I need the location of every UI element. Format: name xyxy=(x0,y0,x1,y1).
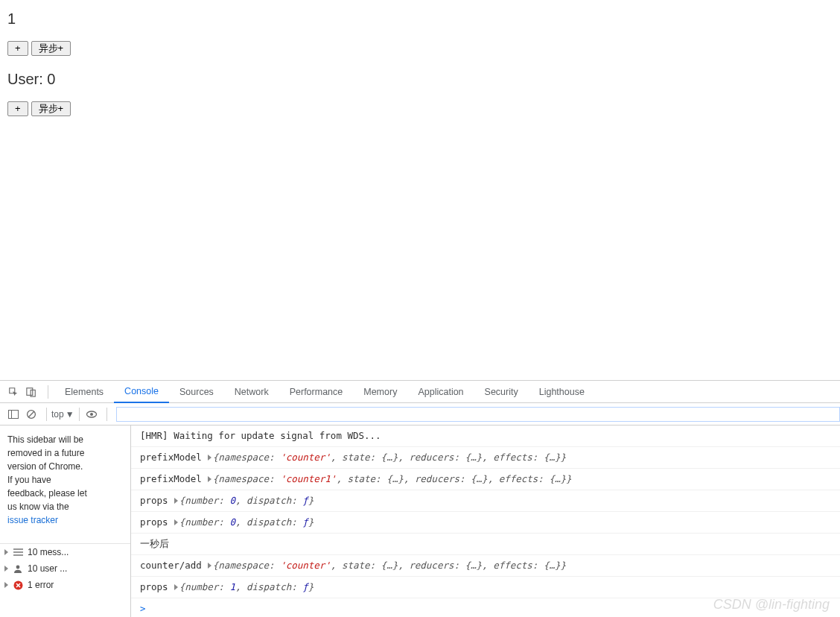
user-number: 0 xyxy=(47,71,55,87)
clear-console-icon[interactable] xyxy=(24,407,39,422)
svg-line-5 xyxy=(28,411,34,417)
svg-rect-0 xyxy=(27,387,33,395)
console-line[interactable]: props{number: 1, dispatch: ƒ} xyxy=(131,577,840,598)
sidebar-stats: 10 mess... 10 user ... 1 error xyxy=(0,543,130,593)
stat-messages[interactable]: 10 mess... xyxy=(0,544,130,560)
context-selector[interactable]: top ▼ xyxy=(51,409,74,420)
console-body: This sidebar will be removed in a future… xyxy=(0,425,840,617)
log-label: counter/add xyxy=(140,558,202,573)
devtools-panel: Elements Console Sources Network Perform… xyxy=(0,380,840,617)
counter-async-button[interactable]: 异步+ xyxy=(31,41,71,56)
messages-icon xyxy=(13,547,23,557)
notice-line: version of Chrome. xyxy=(7,460,123,473)
stat-user-label: 10 user ... xyxy=(28,563,67,574)
counter-plus-button[interactable]: + xyxy=(7,41,28,56)
expand-icon[interactable] xyxy=(174,584,178,590)
console-line[interactable]: [HMR] Waiting for update signal from WDS… xyxy=(131,425,840,447)
log-label: prefixModel xyxy=(140,450,202,465)
user-icon xyxy=(13,563,23,574)
tab-security[interactable]: Security xyxy=(474,381,529,403)
tab-network[interactable]: Network xyxy=(224,381,279,403)
divider xyxy=(106,408,107,421)
tab-console[interactable]: Console xyxy=(114,381,169,403)
inspect-icon[interactable] xyxy=(6,385,21,399)
user-label: User: xyxy=(7,71,47,87)
console-sidebar: This sidebar will be removed in a future… xyxy=(0,425,131,617)
devtools-tabbar: Elements Console Sources Network Perform… xyxy=(0,381,840,403)
console-line[interactable]: props{number: 0, dispatch: ƒ} xyxy=(131,512,840,534)
stat-user[interactable]: 10 user ... xyxy=(0,560,130,577)
divider xyxy=(46,408,47,421)
counter-value: 1 xyxy=(7,10,833,28)
console-line[interactable]: prefixModel{namespace: 'counter', state:… xyxy=(131,447,840,469)
stat-messages-label: 10 mess... xyxy=(28,547,69,557)
console-line[interactable]: 一秒后 xyxy=(131,534,840,555)
tab-performance[interactable]: Performance xyxy=(279,381,354,403)
user-value: User: 0 xyxy=(7,71,833,88)
log-object[interactable]: {number: 0, dispatch: ƒ} xyxy=(174,515,314,530)
log-object[interactable]: {namespace: 'counter', state: {…}, reduc… xyxy=(208,450,566,465)
log-text: [HMR] Waiting for update signal from WDS… xyxy=(140,428,381,443)
console-line[interactable]: counter/add{namespace: 'counter', state:… xyxy=(131,555,840,577)
log-label: prefixModel xyxy=(140,472,202,487)
console-output[interactable]: [HMR] Waiting for update signal from WDS… xyxy=(131,425,840,617)
user-plus-button[interactable]: + xyxy=(7,101,28,116)
live-expression-icon[interactable] xyxy=(84,407,99,422)
tab-lighthouse[interactable]: Lighthouse xyxy=(529,381,595,403)
svg-rect-2 xyxy=(9,410,19,418)
log-text: 一秒后 xyxy=(140,537,169,551)
notice-line: removed in a future xyxy=(7,446,123,460)
caret-icon xyxy=(4,566,8,572)
issue-tracker-link[interactable]: issue tracker xyxy=(7,515,58,525)
user-buttons: + 异步+ xyxy=(7,101,833,116)
console-filter-input[interactable] xyxy=(116,407,840,422)
notice-line: us know via the xyxy=(7,500,123,513)
log-object[interactable]: {namespace: 'counter', state: {…}, reduc… xyxy=(208,558,566,573)
caret-icon xyxy=(4,582,8,588)
log-label: props xyxy=(140,580,168,595)
context-label: top xyxy=(51,409,64,420)
console-line[interactable]: props{number: 0, dispatch: ƒ} xyxy=(131,490,840,512)
tab-application[interactable]: Application xyxy=(407,381,474,403)
divider xyxy=(48,385,48,399)
tab-sources[interactable]: Sources xyxy=(169,381,224,403)
console-filterbar: top ▼ xyxy=(0,403,840,425)
device-toggle-icon[interactable] xyxy=(24,385,39,399)
expand-icon[interactable] xyxy=(174,498,178,504)
tab-elements[interactable]: Elements xyxy=(54,381,114,403)
tab-memory[interactable]: Memory xyxy=(353,381,407,403)
svg-point-11 xyxy=(16,566,20,569)
expand-icon[interactable] xyxy=(208,476,211,482)
console-line[interactable]: prefixModel{namespace: 'counter1', state… xyxy=(131,469,840,490)
log-object[interactable]: {number: 0, dispatch: ƒ} xyxy=(174,493,314,508)
notice-line: feedback, please let xyxy=(7,487,123,500)
expand-icon[interactable] xyxy=(208,455,211,461)
sidebar-notice: This sidebar will be removed in a future… xyxy=(0,425,130,543)
counter-buttons: + 异步+ xyxy=(7,41,833,56)
notice-line: This sidebar will be xyxy=(7,433,123,446)
expand-icon[interactable] xyxy=(174,519,178,525)
svg-point-7 xyxy=(90,413,93,416)
notice-line: If you have xyxy=(7,473,123,487)
expand-icon[interactable] xyxy=(208,563,211,569)
log-object[interactable]: {number: 1, dispatch: ƒ} xyxy=(174,580,314,595)
stat-error[interactable]: 1 error xyxy=(0,577,130,593)
caret-icon xyxy=(4,549,8,555)
error-icon xyxy=(13,580,23,590)
app-page: 1 + 异步+ User: 0 + 异步+ xyxy=(0,0,840,380)
divider xyxy=(79,408,80,421)
stat-error-label: 1 error xyxy=(28,580,54,590)
user-async-button[interactable]: 异步+ xyxy=(31,101,71,116)
sidebar-toggle-icon[interactable] xyxy=(6,407,21,422)
dropdown-icon: ▼ xyxy=(66,409,74,420)
log-object[interactable]: {namespace: 'counter1', state: {…}, redu… xyxy=(208,472,572,487)
log-label: props xyxy=(140,515,168,530)
console-prompt[interactable]: > xyxy=(131,598,840,616)
log-label: props xyxy=(140,493,168,508)
